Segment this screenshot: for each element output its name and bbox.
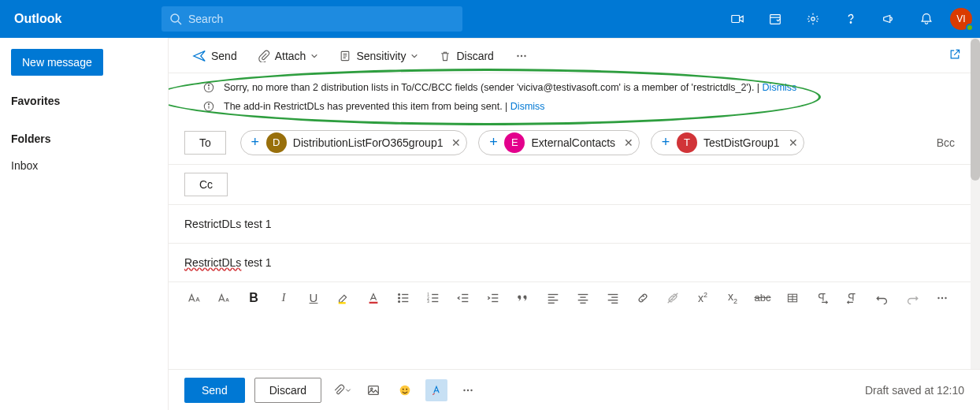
sensitivity-command[interactable]: Sensitivity bbox=[339, 50, 418, 62]
align-left-icon[interactable] bbox=[544, 289, 562, 308]
svg-point-20 bbox=[399, 297, 400, 299]
attach-mini-icon[interactable] bbox=[331, 379, 353, 401]
folder-inbox[interactable]: Inbox bbox=[0, 151, 168, 180]
svg-point-9 bbox=[521, 54, 522, 56]
svg-point-0 bbox=[171, 14, 179, 22]
svg-point-8 bbox=[517, 54, 518, 56]
font-size-icon[interactable] bbox=[214, 289, 233, 308]
send-command[interactable]: Send bbox=[192, 49, 237, 63]
highlight-icon[interactable] bbox=[334, 289, 353, 308]
bcc-toggle[interactable]: Bcc bbox=[937, 136, 955, 149]
dismiss-link[interactable]: Dismiss bbox=[510, 101, 545, 112]
font-color-icon[interactable] bbox=[364, 289, 383, 308]
more-commands[interactable] bbox=[514, 49, 529, 63]
svg-point-6 bbox=[850, 22, 851, 23]
ltr-icon[interactable] bbox=[843, 289, 862, 308]
to-button[interactable]: To bbox=[184, 131, 226, 155]
scrollbar-track[interactable] bbox=[971, 39, 980, 410]
popout-icon[interactable] bbox=[948, 48, 961, 64]
cc-button[interactable]: Cc bbox=[184, 173, 228, 196]
recipient-chip[interactable]: + T TestDistGroup1 ✕ bbox=[651, 130, 804, 155]
send-button[interactable]: Send bbox=[184, 378, 245, 403]
discard-command[interactable]: Discard bbox=[439, 50, 493, 62]
svg-point-19 bbox=[399, 293, 400, 295]
cc-row[interactable]: Cc bbox=[169, 165, 971, 205]
number-list-icon[interactable]: 123 bbox=[424, 289, 443, 308]
table-icon[interactable] bbox=[783, 289, 802, 308]
align-center-icon[interactable] bbox=[574, 289, 592, 308]
account-avatar[interactable]: VI bbox=[950, 8, 972, 30]
link-icon[interactable] bbox=[633, 289, 652, 308]
sensitivity-label: Sensitivity bbox=[356, 50, 406, 62]
expand-chip-icon[interactable]: + bbox=[247, 135, 263, 151]
indent-icon[interactable] bbox=[484, 289, 503, 308]
to-row[interactable]: To + D DistributionListForO365group1 ✕ +… bbox=[169, 121, 971, 165]
strikethrough-icon[interactable]: abc bbox=[753, 289, 772, 308]
help-icon[interactable] bbox=[832, 0, 870, 38]
notifications-icon[interactable] bbox=[908, 0, 945, 38]
remove-chip-icon[interactable]: ✕ bbox=[449, 136, 463, 150]
svg-rect-57 bbox=[369, 386, 379, 394]
recipient-name: ExternalContacts bbox=[531, 136, 615, 149]
subscript-icon[interactable]: x2 bbox=[723, 289, 742, 308]
redo-icon[interactable] bbox=[903, 289, 922, 308]
avatar-initials: VI bbox=[956, 13, 965, 24]
settings-icon[interactable] bbox=[794, 0, 832, 38]
scrollbar-thumb[interactable] bbox=[971, 39, 980, 181]
compose-pane: Send Attach Sensitivity Discard bbox=[169, 38, 980, 410]
rtl-icon[interactable] bbox=[813, 289, 832, 308]
svg-point-62 bbox=[464, 389, 466, 390]
presence-indicator bbox=[966, 24, 974, 32]
recipient-chip[interactable]: + E ExternalContacts ✕ bbox=[478, 130, 640, 155]
dismiss-link[interactable]: Dismiss bbox=[763, 82, 797, 93]
svg-point-58 bbox=[371, 388, 373, 390]
meet-now-icon[interactable] bbox=[718, 0, 756, 38]
align-right-icon[interactable] bbox=[603, 289, 622, 308]
send-bar: Send Discard Draft saved at 12:10 bbox=[169, 369, 980, 410]
more-mini-icon[interactable] bbox=[457, 379, 479, 401]
svg-point-59 bbox=[400, 385, 410, 395]
show-format-icon[interactable] bbox=[425, 379, 447, 401]
svg-point-10 bbox=[524, 54, 525, 56]
italic-icon[interactable]: I bbox=[274, 289, 293, 308]
info-icon bbox=[203, 101, 214, 112]
megaphone-icon[interactable] bbox=[870, 0, 908, 38]
discard-button[interactable]: Discard bbox=[254, 378, 321, 403]
picture-mini-icon[interactable] bbox=[362, 379, 384, 401]
quote-icon[interactable] bbox=[514, 289, 533, 308]
subject-field[interactable]: RestrictDLs test 1 bbox=[169, 205, 971, 244]
more-format-icon[interactable] bbox=[933, 289, 952, 308]
bullet-list-icon[interactable] bbox=[394, 289, 413, 308]
svg-point-55 bbox=[941, 296, 943, 298]
recipient-chip[interactable]: + D DistributionListForO365group1 ✕ bbox=[240, 130, 468, 155]
expand-chip-icon[interactable]: + bbox=[658, 135, 674, 151]
remove-chip-icon[interactable]: ✕ bbox=[786, 136, 800, 150]
new-message-button[interactable]: New message bbox=[11, 49, 103, 76]
remove-chip-icon[interactable]: ✕ bbox=[622, 136, 636, 150]
body-tail: test 1 bbox=[241, 256, 271, 269]
message-body[interactable]: RestrictDLs test 1 bbox=[169, 244, 971, 281]
expand-chip-icon[interactable]: + bbox=[485, 135, 501, 151]
my-day-icon[interactable] bbox=[756, 0, 794, 38]
svg-point-16 bbox=[208, 104, 209, 105]
font-family-icon[interactable] bbox=[184, 289, 203, 308]
emoji-mini-icon[interactable] bbox=[394, 379, 416, 401]
unlink-icon[interactable] bbox=[663, 289, 682, 308]
undo-icon[interactable] bbox=[873, 289, 892, 308]
outdent-icon[interactable] bbox=[454, 289, 473, 308]
app-header: Outlook VI bbox=[0, 0, 980, 38]
search-box[interactable] bbox=[161, 6, 462, 32]
spellcheck-word[interactable]: RestrictDLs bbox=[184, 256, 241, 269]
avatar-pill: T bbox=[677, 132, 697, 153]
superscript-icon[interactable]: x2 bbox=[693, 289, 712, 308]
svg-point-13 bbox=[208, 85, 209, 86]
brand-name: Outlook bbox=[0, 12, 161, 26]
svg-point-5 bbox=[811, 17, 815, 20]
favorites-header[interactable]: Favorites bbox=[0, 76, 168, 114]
attach-command[interactable]: Attach bbox=[258, 50, 319, 62]
folders-header[interactable]: Folders bbox=[0, 114, 168, 151]
bold-icon[interactable]: B bbox=[244, 289, 263, 308]
chevron-down-icon bbox=[410, 52, 418, 60]
search-input[interactable] bbox=[182, 13, 455, 25]
underline-icon[interactable]: U bbox=[304, 289, 323, 308]
